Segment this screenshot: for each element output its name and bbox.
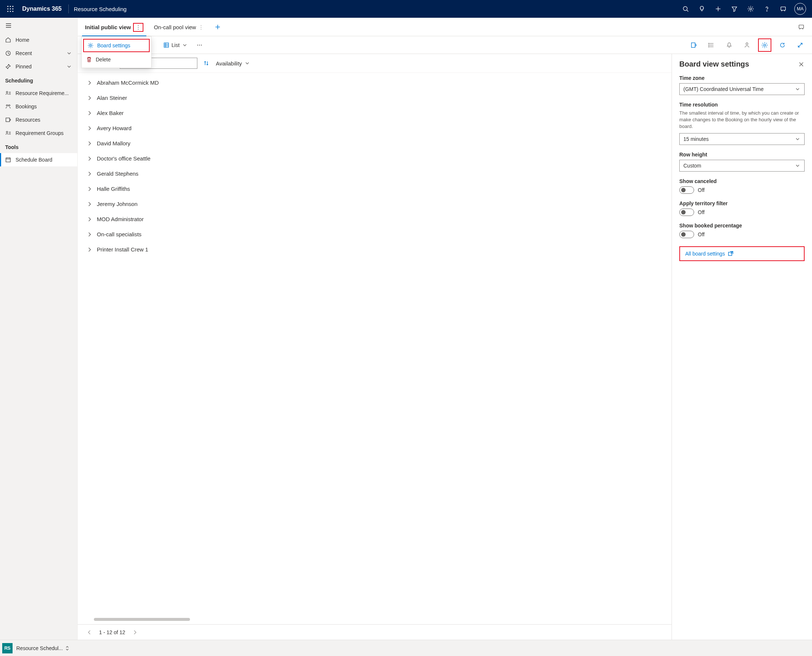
toolbar-refresh-icon[interactable] (776, 39, 789, 52)
lightbulb-icon[interactable] (694, 0, 710, 18)
territory-filter-state: Off (698, 209, 704, 215)
all-board-settings-link[interactable]: All board settings (685, 251, 734, 257)
nav-requirement-groups[interactable]: Requirement Groups (0, 127, 77, 140)
tab-label: Initial public view (85, 24, 131, 30)
toolbar-person-icon[interactable] (740, 39, 753, 52)
content-area: Initial public view On-call pool view (78, 18, 812, 640)
nav-resources[interactable]: Resources (0, 113, 77, 127)
table-icon (164, 42, 169, 48)
user-avatar[interactable]: MA (794, 3, 806, 15)
svg-point-35 (201, 29, 201, 29)
chevron-right-icon (86, 201, 92, 207)
row-height-value: Custom (683, 163, 701, 169)
pager-prev[interactable] (83, 628, 95, 637)
resource-name: Doctor's office Seattle (97, 155, 150, 162)
top-bar: Dynamics 365 Resource Scheduling MA (0, 0, 812, 18)
svg-point-45 (199, 44, 200, 45)
toolbar-expand-icon[interactable] (793, 39, 807, 52)
svg-point-25 (6, 131, 8, 133)
svg-point-9 (683, 7, 687, 11)
territory-filter-field: Apply territory filter Off (679, 200, 804, 216)
toolbar-list-details-icon[interactable] (705, 39, 718, 52)
svg-point-22 (6, 105, 8, 106)
nav-resource-requirements[interactable]: Resource Requireme... (0, 87, 77, 100)
timezone-value: (GMT) Coordinated Universal Time (683, 86, 764, 92)
pager-range: 1 - 12 of 12 (95, 630, 129, 635)
chevron-right-icon (86, 171, 92, 177)
territory-filter-toggle[interactable] (679, 209, 694, 216)
booked-pct-toggle[interactable] (679, 231, 694, 238)
nav-home-label: Home (15, 37, 29, 43)
nav-bookings[interactable]: Bookings (0, 100, 77, 113)
sort-icon[interactable] (203, 60, 209, 66)
time-resolution-select[interactable]: 15 minutes (679, 133, 804, 145)
toolbar-gear-icon-highlighted[interactable] (758, 39, 771, 52)
app-name[interactable]: Resource Scheduling (71, 6, 127, 12)
svg-point-0 (8, 6, 9, 7)
chevron-right-icon (86, 232, 92, 237)
menu-delete[interactable]: Delete (82, 53, 151, 66)
toolbar-more[interactable] (195, 41, 205, 50)
nav-pinned[interactable]: Pinned (0, 60, 77, 73)
panel-close-button[interactable] (798, 61, 804, 68)
chevron-down-icon (795, 136, 801, 142)
settings-gear-icon[interactable] (743, 0, 759, 18)
more-vertical-icon (198, 25, 204, 30)
time-resolution-label: Time resolution (679, 102, 804, 108)
svg-point-30 (138, 25, 139, 26)
svg-point-15 (767, 11, 767, 11)
popout-icon (728, 251, 734, 257)
svg-point-8 (12, 11, 13, 12)
add-icon[interactable] (710, 0, 726, 18)
svg-rect-24 (6, 118, 9, 122)
filter-icon[interactable] (726, 0, 743, 18)
nav-recent[interactable]: Recent (0, 46, 77, 60)
nav-section-tools: Tools (0, 140, 77, 153)
availability-dropdown[interactable]: Availability (215, 59, 251, 68)
tab-on-call-pool-view[interactable]: On-call pool view (151, 19, 207, 35)
svg-point-34 (201, 27, 201, 28)
app-launcher-waffle[interactable] (3, 0, 18, 18)
pager-next[interactable] (129, 628, 141, 637)
toolbar-filter-board-icon[interactable] (687, 39, 700, 52)
help-icon[interactable] (759, 0, 775, 18)
row-height-select[interactable]: Custom (679, 160, 804, 172)
resource-name: On-call specialists (97, 231, 142, 237)
add-tab-button[interactable] (209, 24, 226, 30)
search-icon[interactable] (678, 0, 694, 18)
show-canceled-field: Show canceled Off (679, 178, 804, 194)
nav-schedule-board[interactable]: Schedule Board (0, 153, 77, 166)
app-badge[interactable]: RS (2, 643, 12, 653)
tab-more-button[interactable] (198, 25, 204, 30)
nav-section-scheduling: Scheduling (0, 73, 77, 87)
hamburger-icon[interactable] (0, 18, 77, 33)
clock-icon (5, 50, 11, 56)
availability-label: Availability (216, 60, 242, 67)
all-board-settings-label: All board settings (685, 251, 725, 257)
svg-point-53 (709, 46, 709, 47)
assistant-icon[interactable] (775, 0, 791, 18)
tab-more-button-highlighted[interactable] (133, 23, 144, 32)
show-canceled-toggle[interactable] (679, 186, 694, 194)
nav-requirement-groups-label: Requirement Groups (15, 130, 63, 136)
resource-name: David Mallory (97, 140, 130, 147)
tab-initial-public-view[interactable]: Initial public view (82, 18, 147, 36)
nav-resource-requirements-label: Resource Requireme... (15, 90, 69, 96)
booked-pct-field: Show booked percentage Off (679, 223, 804, 238)
time-resolution-field: Time resolution The smallest interval of… (679, 102, 804, 145)
brand-title[interactable]: Dynamics 365 (18, 6, 66, 12)
svg-rect-47 (692, 43, 695, 47)
close-icon (798, 61, 804, 68)
menu-board-settings[interactable]: Board settings (83, 39, 150, 52)
view-mode-list[interactable]: List (161, 41, 190, 50)
nav-home[interactable]: Home (0, 33, 77, 46)
app-switcher[interactable]: Resource Schedul... (16, 645, 70, 651)
resource-name: Halle Griffiths (97, 186, 130, 192)
side-popout-icon[interactable] (798, 24, 804, 30)
row-height-field: Row height Custom (679, 152, 804, 172)
view-mode-list-label: List (171, 42, 180, 48)
home-icon (5, 37, 11, 43)
timezone-select[interactable]: (GMT) Coordinated Universal Time (679, 83, 804, 95)
toolbar-bell-icon[interactable] (722, 39, 736, 52)
show-canceled-label: Show canceled (679, 178, 804, 184)
